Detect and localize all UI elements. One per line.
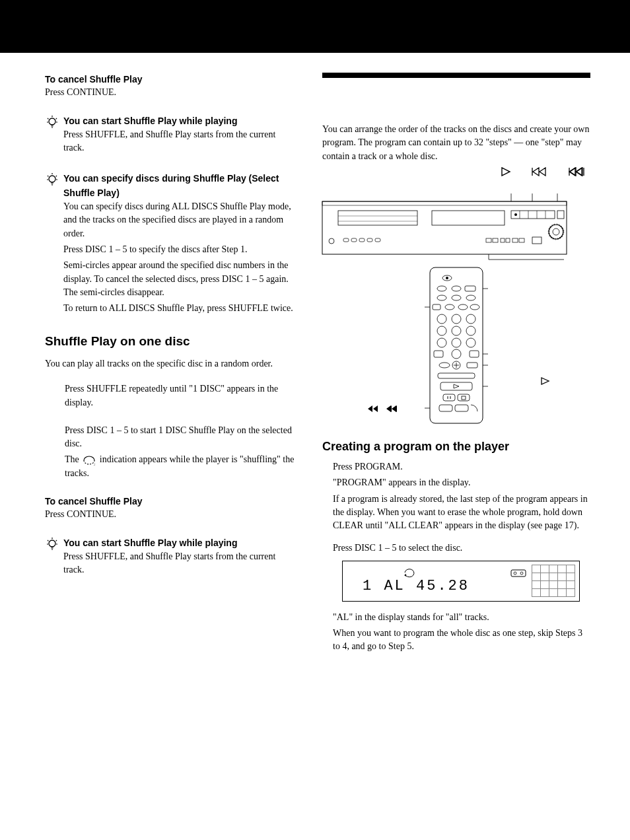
svg-rect-79 — [511, 570, 526, 577]
svg-rect-26 — [486, 238, 491, 242]
svg-rect-68 — [443, 394, 455, 401]
cancel-shuffle-2: To cancel Shuffle Play Press CONTINUE. — [45, 495, 296, 522]
svg-rect-70 — [462, 396, 466, 400]
shuffle-one-intro: You can play all tracks on the specific … — [45, 357, 296, 370]
svg-point-58 — [452, 338, 461, 347]
tip2-heading: You can specify discs during Shuffle Pla… — [63, 173, 279, 197]
step2b-after: indication appears while the player is "… — [65, 454, 294, 477]
cancel2-heading: To cancel Shuffle Play — [45, 495, 296, 508]
program-step-2: Press DISC 1 – 5 to select the disc. 1 A… — [322, 542, 590, 653]
svg-point-49 — [458, 304, 468, 310]
shuffle-step2: Press DISC 1 – 5 to start 1 DISC Shuffle… — [45, 424, 296, 480]
step1b: "PROGRAM" appears in the display. — [333, 476, 590, 489]
svg-rect-24 — [367, 238, 372, 242]
shuffle-indicator-icon: 」 — [81, 455, 97, 466]
cancel2-body: Press CONTINUE. — [45, 508, 296, 521]
svg-point-1 — [49, 176, 55, 182]
svg-point-15 — [514, 213, 517, 216]
svg-point-54 — [437, 326, 446, 335]
remote-play-callout-icon — [540, 376, 551, 389]
svg-rect-30 — [512, 238, 518, 242]
svg-rect-29 — [506, 238, 510, 242]
remote-illustration — [322, 266, 590, 425]
tip2-p2: Press DISC 1 – 5 to specify the discs af… — [63, 243, 296, 256]
svg-point-19 — [553, 228, 559, 235]
transport-icons-row — [322, 167, 590, 176]
shuffle-step1: Press SHUFFLE repeatedly until "1 DISC" … — [45, 382, 296, 409]
svg-point-52 — [452, 314, 461, 324]
header-black-band — [0, 0, 630, 53]
svg-point-3 — [49, 540, 55, 547]
svg-point-20 — [329, 238, 334, 244]
svg-point-17 — [549, 225, 563, 239]
step1a: Press PROGRAM. — [333, 460, 590, 473]
svg-rect-23 — [359, 238, 365, 242]
svg-rect-27 — [493, 238, 498, 242]
svg-rect-25 — [375, 238, 380, 242]
svg-rect-4 — [322, 201, 567, 254]
shuffle-one-disc-heading: Shuffle Play on one disc — [45, 332, 296, 351]
svg-point-45 — [452, 295, 461, 300]
step2b: "AL" in the display stands for "all" tra… — [333, 611, 590, 624]
tip-bulb-icon — [45, 114, 59, 129]
page-content: To cancel Shuffle Play Press CONTINUE. Y… — [0, 53, 630, 663]
program-step-1: Press PROGRAM. "PROGRAM" appears in the … — [322, 460, 590, 532]
cd-player-illustration — [322, 188, 590, 261]
tip-start-shuffle-2: You can start Shuffle Play while playing… — [45, 536, 296, 580]
svg-point-63 — [439, 363, 450, 368]
svg-point-51 — [437, 314, 446, 324]
tip-heading: You can start Shuffle Play while playing — [63, 116, 237, 126]
svg-point-80 — [514, 572, 516, 575]
svg-rect-22 — [351, 238, 357, 242]
step2c: When you want to program the whole disc … — [333, 627, 590, 654]
svg-point-42 — [452, 286, 461, 291]
svg-text:」: 」 — [93, 461, 97, 466]
svg-point-56 — [466, 326, 475, 335]
svg-point-40 — [446, 277, 448, 279]
svg-rect-47 — [433, 304, 440, 310]
svg-point-81 — [520, 572, 523, 575]
svg-point-48 — [445, 304, 454, 310]
svg-rect-31 — [519, 238, 524, 242]
svg-point-44 — [437, 295, 446, 300]
creating-program-heading: Creating a program on the player — [322, 438, 590, 455]
tip3-heading: You can start Shuffle Play while playing — [63, 538, 237, 548]
tip-body-text: Press SHUFFLE, and Shuffle Play starts f… — [63, 128, 296, 155]
shuffle-step1-text: Press SHUFFLE repeatedly until "1 DISC" … — [65, 382, 296, 409]
tip-bulb-icon — [45, 536, 59, 551]
cancel-heading: To cancel Shuffle Play — [45, 73, 296, 86]
svg-rect-16 — [557, 211, 564, 219]
section-divider-bar — [322, 73, 590, 78]
svg-point-0 — [49, 118, 55, 125]
player-display-panel: 1 AL 45.28 — [342, 561, 580, 602]
svg-rect-65 — [467, 363, 477, 368]
svg-point-50 — [470, 304, 479, 310]
svg-rect-10 — [511, 211, 555, 219]
tip-start-shuffle-1: You can start Shuffle Play while playing… — [45, 114, 296, 158]
svg-rect-67 — [440, 382, 472, 390]
svg-rect-72 — [455, 405, 468, 411]
prev-icon — [366, 405, 380, 413]
calendar-icon — [510, 568, 526, 577]
svg-rect-62 — [470, 351, 479, 357]
svg-point-41 — [437, 286, 446, 291]
svg-point-61 — [452, 349, 461, 359]
svg-rect-6 — [338, 211, 417, 225]
svg-point-55 — [452, 326, 461, 335]
svg-rect-43 — [465, 286, 475, 291]
tip3-body: Press SHUFFLE, and Shuffle Play starts f… — [63, 550, 296, 577]
left-column: To cancel Shuffle Play Press CONTINUE. Y… — [45, 73, 296, 663]
cancel-shuffle-1: To cancel Shuffle Play Press CONTINUE. — [45, 73, 296, 100]
svg-rect-21 — [343, 238, 349, 242]
next-icon — [384, 405, 399, 413]
svg-point-57 — [437, 338, 446, 347]
remote-skip-callout-icons — [366, 405, 399, 413]
step2b-before: The — [65, 454, 81, 464]
program-intro: You can arrange the order of the tracks … — [322, 123, 590, 163]
step2a: Press DISC 1 – 5 to select the disc. — [333, 542, 590, 555]
step1c: If a program is already stored, the last… — [333, 493, 590, 533]
display-readout: 1 AL 45.28 — [363, 576, 470, 597]
tip2-p3: Semi-circles appear around the specified… — [63, 259, 296, 299]
svg-point-59 — [466, 338, 475, 347]
play-icon — [501, 167, 512, 176]
